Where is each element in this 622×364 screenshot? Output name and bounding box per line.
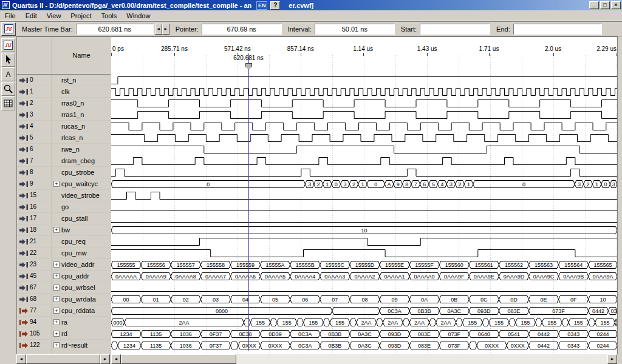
time-step-left-button[interactable]: ◄: [155, 24, 162, 35]
expand-button[interactable]: +: [53, 261, 60, 268]
expand-button[interactable]: +: [53, 285, 60, 291]
selection-tool-button[interactable]: [1, 53, 15, 67]
scroll-right-arrow[interactable]: ►: [100, 354, 110, 364]
expand-button[interactable]: +: [53, 227, 60, 233]
signal-row-ra[interactable]: 94+ra: [17, 317, 111, 328]
menu-project[interactable]: Project: [66, 11, 96, 21]
titlebar[interactable]: Quartus II - D:/d/pentevo/fpga/_ver0.00/…: [0, 0, 622, 10]
minimize-button[interactable]: _: [589, 1, 599, 9]
expand-button[interactable]: +: [53, 331, 60, 337]
waveform-row-rwe-n[interactable]: [111, 144, 617, 155]
scroll-left-arrow[interactable]: ◄: [111, 354, 121, 364]
signal-row-rd[interactable]: 105+rd: [17, 328, 111, 340]
waveform-row-rras0-n[interactable]: [111, 98, 617, 109]
expand-button[interactable]: +: [53, 342, 60, 348]
expand-button[interactable]: +: [53, 273, 60, 279]
expand-button[interactable]: +: [53, 319, 60, 325]
waveform-row-cpu-rnw[interactable]: [111, 248, 617, 259]
waveform-row-video-strobe[interactable]: [111, 190, 617, 201]
zoom-tool-button[interactable]: [1, 82, 15, 96]
signal-row-rd-result[interactable]: 122+rd~result: [17, 340, 111, 351]
menu-file[interactable]: File: [0, 11, 21, 21]
signal-index: 94: [30, 318, 36, 325]
waveform-row-cpu-req[interactable]: [111, 236, 617, 248]
waveform-row-go[interactable]: [111, 201, 617, 213]
waveform-row-cpu-waitcyc[interactable]: 032103210A987654321032103: [111, 178, 617, 190]
text-tool-button[interactable]: A: [1, 67, 15, 81]
signal-row-rras1-n[interactable]: 3rras1_n: [17, 109, 111, 121]
signal-row-cpu-rnw[interactable]: 22cpu_rnw: [17, 248, 111, 259]
scroll-thumb[interactable]: [26, 354, 100, 364]
waveform-row-rlcas-n[interactable]: [111, 132, 617, 144]
waveform-row-bw[interactable]: 10: [111, 224, 617, 236]
signal-row-bw[interactable]: 18+bw: [17, 224, 111, 236]
waveform-row-cpu-rddata[interactable]: 00000C3A0B3B0A3C093D083E073F04420343: [111, 305, 617, 317]
menu-view[interactable]: View: [42, 11, 66, 21]
signal-row-rst-n[interactable]: 0rst_n: [17, 75, 111, 86]
svg-text:15555D: 15555D: [355, 262, 375, 268]
signal-row-rlcas-n[interactable]: 5rlcas_n: [17, 132, 111, 144]
signal-row-clk[interactable]: 1clk: [17, 86, 111, 98]
signal-row-cpu-addr[interactable]: 45+cpu_addr: [17, 271, 111, 282]
end-value[interactable]: [513, 24, 602, 35]
waveform-file-button[interactable]: [1, 38, 15, 52]
waveform-row-cpu-stall[interactable]: [111, 213, 617, 224]
signal-row-cpu-wrbsel[interactable]: 67+cpu_wrbsel: [17, 282, 111, 294]
start-value[interactable]: [420, 24, 490, 35]
waveform-row-ra[interactable]: 0002AA1551551551552AA2AA2AA2AA1551551551…: [111, 317, 617, 328]
timeline-ruler[interactable]: 0 ps285.71 ns571.42 ns857.14 ns1.14 us1.…: [111, 37, 617, 75]
scroll-right-arrow[interactable]: ►: [607, 354, 617, 364]
svg-text:0AAA9C: 0AAA9C: [533, 274, 555, 280]
signal-row-cpu-stall[interactable]: 17cpu_stall: [17, 213, 111, 224]
signal-name-label: rlcas_n: [61, 134, 83, 141]
signal-row-video-strobe[interactable]: 15video_strobe: [17, 190, 111, 201]
signal-row-cpu-rddata[interactable]: 77+cpu_rddata: [17, 305, 111, 317]
language-indicator-badge[interactable]: EN: [256, 1, 267, 10]
signal-row-dram-cbeg[interactable]: 7dram_cbeg: [17, 155, 111, 167]
waveform-row-rd-result[interactable]: 1234113510360F370XXX0XXX0C3A0B3B0A3C093D…: [111, 340, 617, 351]
menu-edit[interactable]: Edit: [21, 11, 42, 21]
waveform-row-cpu-strobe[interactable]: [111, 167, 617, 178]
waveform-row-dram-cbeg[interactable]: [111, 155, 617, 167]
signal-row-cpu-req[interactable]: 21cpu_req: [17, 236, 111, 248]
waveform-row-cpu-wrdata[interactable]: 000102030405060708090A0B0C0D0E0F10: [111, 294, 617, 305]
signal-row-cpu-waitcyc[interactable]: 9+cpu_waitcyc: [17, 178, 111, 190]
signal-row-rwe-n[interactable]: 6rwe_n: [17, 144, 111, 155]
expand-button[interactable]: +: [53, 296, 60, 302]
signal-name-label: rd: [61, 330, 67, 337]
master-time-bar-value[interactable]: 620.681 ns: [76, 24, 154, 35]
scroll-thumb[interactable]: [121, 354, 236, 364]
waveform-row-cpu-addr[interactable]: 0AAAAA0AAAA90AAAA80AAAA70AAAA60AAAA50AAA…: [111, 271, 617, 282]
waveform-row-rucas-n[interactable]: [111, 121, 617, 132]
time-step-right-button[interactable]: ►: [162, 24, 169, 35]
signal-row-cpu-wrdata[interactable]: 68+cpu_wrdata: [17, 294, 111, 305]
close-button[interactable]: ×: [611, 1, 621, 9]
signal-row-cpu-strobe[interactable]: 8cpu_strobe: [17, 167, 111, 178]
grid-tool-button[interactable]: [1, 96, 15, 110]
waveform-row-cpu-wrbsel[interactable]: [111, 282, 617, 294]
svg-text:155: 155: [335, 320, 344, 326]
help-icon[interactable]: ?: [270, 1, 280, 10]
waveform-panel[interactable]: 0 ps285.71 ns571.42 ns857.14 ns1.14 us1.…: [111, 36, 617, 354]
menu-tools[interactable]: Tools: [97, 11, 122, 21]
menu-window[interactable]: Window: [121, 11, 155, 21]
waveform-editor-button[interactable]: [1, 22, 16, 36]
waveform-row-rst-n[interactable]: [111, 75, 617, 86]
expand-button[interactable]: +: [53, 181, 60, 187]
signal-row-rucas-n[interactable]: 4rucas_n: [17, 121, 111, 132]
signal-row-rras0-n[interactable]: 2rras0_n: [17, 98, 111, 109]
waveform-row-rd[interactable]: 1234113510360F370E380D390C3A0B3B0A3C093D…: [111, 328, 617, 340]
expand-button[interactable]: +: [53, 308, 60, 314]
signal-name-panel: Name 0rst_n1clk2rras0_n3rras1_n4rucas_n5…: [16, 36, 111, 354]
scroll-left-arrow[interactable]: ◄: [16, 354, 26, 364]
waveform-row-clk[interactable]: [111, 86, 617, 98]
name-panel-hscrollbar[interactable]: ◄ ►: [16, 354, 110, 364]
maximize-button[interactable]: □: [600, 1, 610, 9]
svg-text:093D: 093D: [388, 343, 402, 349]
waveform-row-rras1-n[interactable]: [111, 109, 617, 121]
signal-row-go[interactable]: 16go: [17, 201, 111, 213]
signal-row-video-addr[interactable]: 23+video_addr: [17, 259, 111, 271]
waveform-hscrollbar[interactable]: ◄ ►: [111, 354, 617, 364]
waveform-row-video-addr[interactable]: 15555515555615555715555815555915555A1555…: [111, 259, 617, 271]
svg-text:04: 04: [242, 297, 248, 303]
